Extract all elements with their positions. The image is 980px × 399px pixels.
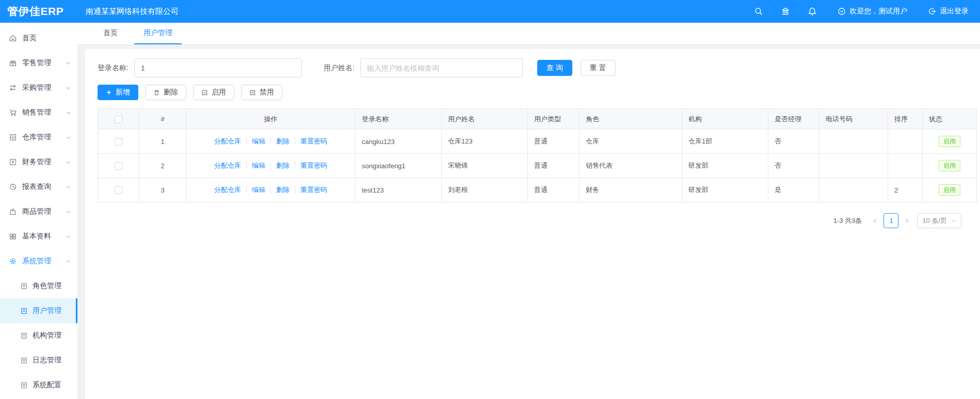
plus-icon — [106, 89, 112, 95]
page-size-select[interactable]: 10 条/页 — [917, 213, 961, 228]
sidebar-item-sales[interactable]: 销售管理 — [0, 100, 77, 125]
sidebar-subitem-roles[interactable]: 角色管理 — [0, 274, 77, 298]
gear-icon — [9, 257, 17, 265]
sidebar-item-basic-data[interactable]: 基本资料 — [0, 224, 77, 249]
col-sort: 排序 — [888, 109, 923, 130]
col-org: 机构 — [682, 109, 768, 130]
reset-password-link[interactable]: 重置密码 — [295, 162, 327, 169]
sidebar-item-goods[interactable]: 商品管理 — [0, 199, 77, 224]
building-icon[interactable] — [781, 7, 790, 16]
status-badge[interactable]: 启用 — [939, 136, 960, 147]
reset-button[interactable]: 重 置 — [581, 60, 616, 76]
document-icon — [20, 282, 28, 290]
sidebar-subitem-config[interactable]: 系统配置 — [0, 373, 77, 397]
logout-label: 退出登录 — [940, 7, 969, 16]
delete-link[interactable]: 删除 — [270, 186, 290, 194]
chevron-down-icon — [66, 60, 71, 66]
col-is-manager: 是否经理 — [768, 109, 820, 130]
top-bar: 管伊佳ERP 南通某某网络科技有限公司 欢迎您，测试用户 退出登录 — [0, 0, 980, 23]
logout-button[interactable]: 退出登录 — [928, 7, 969, 16]
col-status: 状态 — [923, 109, 977, 130]
status-badge[interactable]: 启用 — [939, 160, 960, 171]
col-role: 角色 — [580, 109, 682, 130]
tab-home[interactable]: 首页 — [94, 23, 127, 44]
enable-button[interactable]: 启用 — [193, 85, 234, 100]
edit-link[interactable]: 编辑 — [246, 162, 265, 169]
gift-icon — [9, 59, 17, 67]
sidebar-item-retail[interactable]: 零售管理 — [0, 51, 77, 75]
delete-link[interactable]: 删除 — [270, 137, 290, 145]
login-name-input[interactable] — [134, 58, 302, 77]
app-logo: 管伊佳ERP — [0, 4, 77, 19]
company-name: 南通某某网络科技有限公司 — [86, 7, 179, 17]
row-checkbox[interactable] — [115, 162, 122, 170]
status-badge[interactable]: 启用 — [939, 184, 960, 196]
table-row: 3 分配仓库编辑删除重置密码 test123 刘老根 普通 财务 研发部 是 2 — [98, 178, 977, 202]
document-icon — [20, 332, 28, 340]
sidebar-item-warehouse[interactable]: 仓库管理 — [0, 125, 77, 150]
query-button[interactable]: 查 询 — [537, 60, 572, 76]
edit-link[interactable]: 编辑 — [246, 137, 265, 145]
user-name-input[interactable] — [360, 58, 523, 77]
chevron-down-icon — [66, 209, 71, 215]
pie-chart-icon — [9, 183, 17, 191]
row-checkbox[interactable] — [115, 138, 122, 146]
finance-icon — [9, 158, 17, 166]
prev-page-button[interactable] — [869, 218, 881, 224]
col-user-type: 用户类型 — [528, 109, 580, 130]
disable-button[interactable]: 禁用 — [241, 85, 282, 100]
swap-arrows-icon — [9, 84, 17, 92]
pagination: 1-3 共3条 1 10 条/页 — [91, 213, 961, 228]
chevron-left-icon — [872, 218, 878, 224]
next-page-button[interactable] — [901, 218, 913, 224]
user-menu[interactable]: 欢迎您，测试用户 — [838, 7, 907, 16]
chevron-down-icon — [66, 85, 71, 91]
sidebar-item-purchase[interactable]: 采购管理 — [0, 75, 77, 100]
delete-link[interactable]: 删除 — [270, 162, 290, 169]
col-actions: 操作 — [186, 109, 356, 130]
sidebar-item-reports[interactable]: 报表查询 — [0, 174, 77, 199]
check-square-icon — [201, 89, 208, 96]
row-checkbox[interactable] — [115, 186, 122, 194]
chevron-down-icon — [951, 218, 956, 224]
sidebar-item-home[interactable]: 首页 — [0, 26, 77, 51]
assign-warehouse-link[interactable]: 分配仓库 — [214, 137, 241, 145]
assign-warehouse-link[interactable]: 分配仓库 — [214, 162, 241, 169]
sidebar-subitem-logs[interactable]: 日志管理 — [0, 348, 77, 373]
chevron-down-icon — [66, 110, 71, 116]
chevron-down-icon — [66, 234, 71, 240]
chevron-down-icon — [66, 184, 71, 190]
select-all-checkbox[interactable] — [115, 116, 122, 123]
document-icon — [20, 307, 28, 315]
sidebar-subitem-orgs[interactable]: 机构管理 — [0, 323, 77, 348]
bell-icon[interactable] — [808, 7, 817, 16]
delete-button[interactable]: 删除 — [145, 85, 186, 100]
sidebar-subitem-users[interactable]: 用户管理 — [0, 298, 77, 323]
pagination-total: 1-3 共3条 — [833, 216, 862, 226]
chevron-right-icon — [904, 218, 910, 224]
reset-password-link[interactable]: 重置密码 — [295, 137, 327, 145]
search-form: 登录名称: 用户姓名: 查 询 重 置 — [98, 58, 971, 77]
trash-icon — [153, 89, 160, 96]
grid-icon — [9, 232, 17, 241]
assign-warehouse-link[interactable]: 分配仓库 — [214, 186, 241, 194]
table-row: 2 分配仓库编辑删除重置密码 songxiaofeng1 宋晓锋 普通 销售代表… — [98, 154, 977, 178]
table-row: 1 分配仓库编辑删除重置密码 cangku123 仓库123 普通 仓库 仓库1… — [98, 130, 977, 154]
sidebar-item-finance[interactable]: 财务管理 — [0, 150, 77, 174]
chevron-up-icon — [66, 259, 71, 264]
col-index: # — [139, 109, 186, 130]
col-login-name: 登录名称 — [356, 109, 442, 130]
x-square-icon — [249, 89, 256, 96]
sidebar-item-system[interactable]: 系统管理 — [0, 249, 77, 274]
bag-icon — [9, 208, 17, 216]
page-1-button[interactable]: 1 — [883, 213, 898, 228]
add-button[interactable]: 新增 — [98, 85, 138, 100]
reset-password-link[interactable]: 重置密码 — [295, 186, 327, 194]
search-icon[interactable] — [754, 7, 763, 16]
cabinet-icon — [9, 133, 17, 141]
sidebar: 首页 零售管理 采购管理 销售管理 仓库管理 财务管理 — [0, 23, 77, 399]
col-phone: 电话号码 — [820, 109, 888, 130]
edit-link[interactable]: 编辑 — [246, 186, 265, 194]
tab-user-management[interactable]: 用户管理 — [134, 23, 182, 44]
chevron-down-icon — [66, 135, 71, 140]
